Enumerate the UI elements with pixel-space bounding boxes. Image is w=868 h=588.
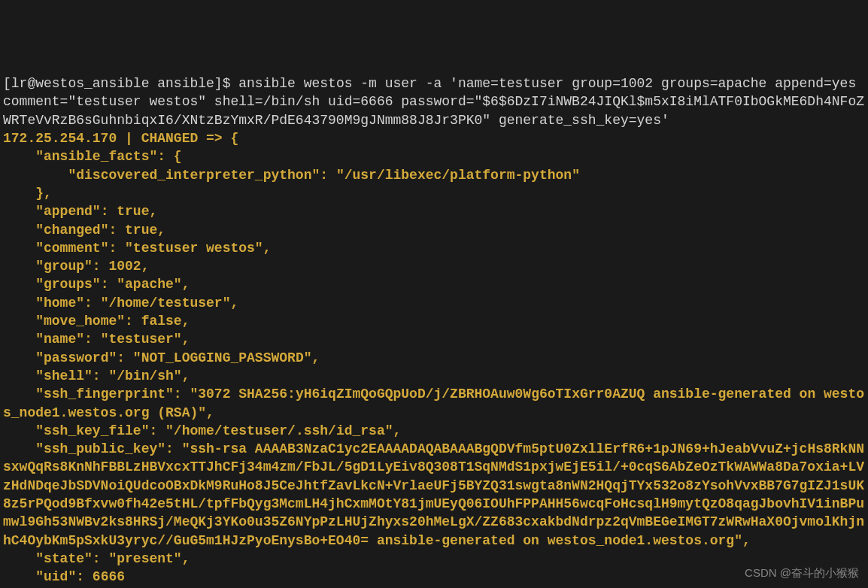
json-line: "move_home": false, [3, 314, 190, 329]
json-line: "ssh_fingerprint": "3072 SHA256:yH6iqZIm… [3, 386, 864, 420]
watermark: CSDN @奋斗的小猴猴 [745, 565, 859, 580]
json-line: "changed": true, [3, 223, 165, 238]
shell-prompt: [lr@westos_ansible ansible]$ [3, 76, 238, 91]
json-line: "uid": 6666 [3, 569, 125, 584]
json-line: "state": "present", [3, 551, 190, 566]
json-line: "group": 1002, [3, 259, 149, 274]
json-line: "groups": "apache", [3, 277, 190, 292]
json-line: "comment": "testuser westos", [3, 241, 271, 256]
json-line: "ssh_public_key": "ssh-rsa AAAAB3NzaC1yc… [3, 441, 864, 547]
json-line: "home": "/home/testuser", [3, 296, 238, 311]
json-line: "name": "testuser", [3, 332, 190, 347]
terminal-output: [lr@westos_ansible ansible]$ ansible wes… [3, 74, 865, 588]
json-line: "ssh_key_file": "/home/testuser/.ssh/id_… [3, 423, 401, 438]
json-line: "password": "NOT_LOGGING_PASSWORD", [3, 350, 320, 365]
json-line: "shell": "/bin/sh", [3, 368, 190, 383]
json-line: }, [3, 186, 52, 201]
json-line: "ansible_facts": { [3, 149, 182, 164]
json-line: "discovered_interpreter_python": "/usr/l… [3, 168, 580, 183]
json-line: "append": true, [3, 204, 157, 219]
ansible-host-status: 172.25.254.170 | CHANGED => { [3, 131, 238, 146]
